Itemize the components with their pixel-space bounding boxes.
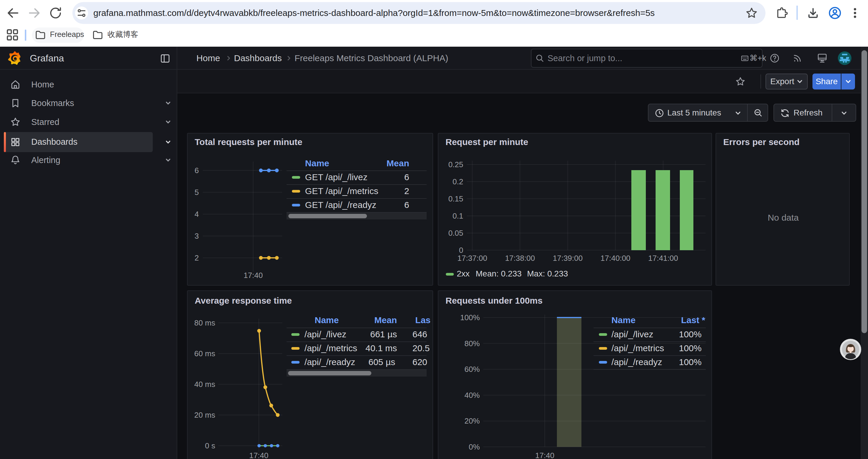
svg-text:20%: 20%	[464, 417, 480, 425]
svg-text:17:40: 17:40	[535, 451, 554, 459]
svg-text:60%: 60%	[464, 365, 480, 374]
svg-text:17:40: 17:40	[243, 271, 262, 280]
svg-text:4: 4	[195, 210, 199, 219]
svg-text:17:41:00: 17:41:00	[648, 254, 678, 263]
svg-text:20 ms: 20 ms	[194, 411, 215, 419]
svg-text:2: 2	[195, 254, 199, 262]
svg-text:40 ms: 40 ms	[194, 380, 215, 389]
svg-text:17:38:00: 17:38:00	[505, 254, 535, 263]
svg-text:80 ms: 80 ms	[194, 319, 215, 327]
svg-text:0.05: 0.05	[448, 229, 463, 237]
svg-text:0.1: 0.1	[453, 211, 463, 220]
svg-text:40%: 40%	[464, 391, 480, 400]
svg-text:80%: 80%	[464, 339, 480, 348]
svg-text:17:37:00: 17:37:00	[457, 254, 487, 263]
svg-text:0 s: 0 s	[205, 441, 215, 450]
svg-text:5: 5	[195, 188, 199, 197]
svg-text:17:39:00: 17:39:00	[553, 254, 583, 263]
svg-text:0%: 0%	[469, 442, 480, 451]
svg-text:100%: 100%	[460, 313, 480, 322]
svg-text:0.2: 0.2	[453, 177, 463, 186]
svg-text:0.15: 0.15	[448, 194, 463, 203]
svg-text:17:40:00: 17:40:00	[601, 254, 630, 263]
svg-text:3: 3	[195, 232, 199, 240]
svg-text:17:40: 17:40	[249, 451, 268, 459]
svg-text:0: 0	[459, 246, 463, 255]
svg-text:6: 6	[195, 166, 199, 175]
svg-text:0.25: 0.25	[448, 160, 463, 169]
svg-text:60 ms: 60 ms	[194, 349, 215, 358]
